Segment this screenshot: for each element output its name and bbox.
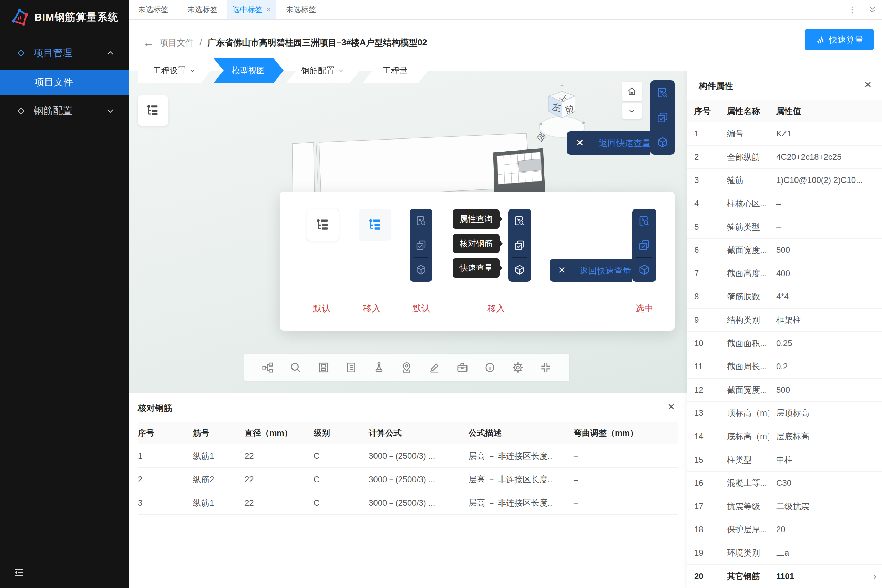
tab-unselected-1[interactable]: 未选标签	[129, 0, 178, 19]
table-row[interactable]: 4 柱核心区... – ›	[687, 192, 882, 216]
property-query-button[interactable]	[632, 209, 656, 233]
table-row[interactable]: 10 截面面积... 0.25 ›	[687, 332, 882, 355]
table-row[interactable]: 13 顶标高（m） 层顶标高 ›	[687, 402, 882, 425]
check-rebar-button[interactable]	[410, 233, 432, 257]
table-row[interactable]: 2 全部纵筋 4C20+2c18+2c25 ›	[687, 146, 882, 169]
quick-measure-button[interactable]	[508, 258, 531, 282]
close-icon[interactable]: ✕	[668, 402, 675, 411]
step-rebar-config[interactable]: 钢筋配置	[286, 58, 360, 83]
walkthrough-tool-button[interactable]	[373, 362, 385, 374]
tab-unselected-3[interactable]: 未选标签	[276, 0, 326, 19]
collapse-sidebar-button[interactable]	[13, 567, 25, 578]
table-row[interactable]: 7 截面高度... 400 ›	[687, 262, 882, 285]
table-row[interactable]: 8 箍筋肢数 4*4 ›	[687, 285, 882, 309]
check-rebar-button[interactable]	[508, 233, 531, 257]
cell-property-name: 截面宽度...	[720, 379, 770, 402]
table-row[interactable]: 14 底标高（m） 层底标高 ›	[687, 425, 882, 448]
model-viewport[interactable]: 上 左 前 西 ✕ 返回快速查量	[129, 70, 687, 393]
table-row[interactable]: 1 编号 KZ1 ›	[687, 122, 882, 146]
cell-property-value: 中柱 ›	[770, 448, 882, 471]
table-row[interactable]: 19 环境类别 二a ›	[687, 542, 882, 565]
collapse-tabs-button[interactable]	[862, 0, 882, 19]
search-icon	[290, 362, 302, 374]
doc-check-icon	[416, 240, 426, 251]
row-expand-icon[interactable]: ›	[873, 571, 876, 582]
tab-unselected-2[interactable]: 未选标签	[178, 0, 227, 19]
table-row[interactable]: 16 混凝土等... C30 ›	[687, 472, 882, 495]
table-row[interactable]: 12 截面宽度... 500 ›	[687, 379, 882, 402]
cell-no: 15	[687, 448, 720, 471]
settings-button[interactable]	[512, 362, 524, 374]
quick-measure-button[interactable]	[632, 258, 656, 282]
property-query-icon	[416, 215, 426, 226]
sidebar-item-project-mgmt[interactable]: 项目管理	[0, 41, 129, 65]
quick-measure-button[interactable]	[651, 130, 675, 154]
return-quick-measure-link[interactable]: 返回快速查量	[599, 138, 651, 149]
property-query-icon	[638, 215, 650, 226]
doc-check-icon	[638, 239, 650, 251]
property-query-button[interactable]	[410, 209, 432, 233]
tab-close-icon[interactable]: ✕	[266, 6, 271, 13]
cell-diameter: 22	[244, 475, 314, 484]
tree-button-hover[interactable]	[359, 209, 392, 241]
check-rebar-button[interactable]	[651, 105, 675, 129]
cell-no: 5	[687, 215, 720, 238]
table-row[interactable]: 17 抗震等级 二级抗震 ›	[687, 495, 882, 518]
step-project-settings[interactable]: 工程设置	[138, 58, 211, 83]
close-icon[interactable]: ✕	[576, 138, 584, 148]
cell-bend-adjust: –	[574, 498, 678, 508]
search-tool-button[interactable]	[290, 362, 302, 374]
structure-tool-button[interactable]	[261, 362, 274, 374]
home-view-button[interactable]	[622, 82, 642, 101]
cell-property-value: KZ1 ›	[770, 122, 882, 146]
list-tool-button[interactable]	[345, 362, 357, 374]
table-row[interactable]: 3 箍筋 1)C10@100(2) 2)C10... ›	[687, 169, 882, 192]
check-rebar-title: 核对钢筋	[138, 402, 172, 414]
breadcrumb-parent[interactable]: 项目文件	[159, 37, 194, 48]
quick-calc-button[interactable]: 快速算量	[805, 29, 874, 50]
property-query-button[interactable]	[651, 80, 675, 105]
locate-tool-button[interactable]	[400, 362, 413, 374]
table-row[interactable]: 2 纵筋2 22 C 3000－(2500/3) ... 层高 － 非连接区长度…	[138, 468, 678, 491]
table-row[interactable]: 20 其它钢筋 1101 ›	[687, 565, 882, 588]
annotate-tool-button[interactable]	[428, 362, 441, 374]
quick-measure-button[interactable]	[410, 258, 432, 282]
context-toolbar-hover	[508, 209, 531, 282]
cube-icon	[657, 136, 668, 148]
more-options-icon[interactable]: ⋮	[842, 0, 862, 19]
table-row[interactable]: 15 柱类型 中柱 ›	[687, 448, 882, 472]
step-quantities[interactable]: 工程量	[362, 58, 428, 83]
table-row[interactable]: 18 保护层厚... 20 ›	[687, 518, 882, 542]
tree-button-default[interactable]	[307, 209, 339, 241]
property-query-icon	[657, 87, 668, 99]
close-icon[interactable]: ✕	[558, 266, 566, 275]
table-row[interactable]: 1 纵筋1 22 C 3000－(2500/3) ... 层高 － 非连接区长度…	[138, 444, 678, 468]
property-value: 中柱	[776, 454, 793, 465]
close-icon[interactable]: ✕	[864, 80, 872, 89]
property-query-button[interactable]	[508, 209, 531, 233]
model-tree-button[interactable]	[138, 95, 168, 126]
toolbox-button[interactable]	[456, 362, 469, 374]
cell-no: 3	[138, 498, 193, 508]
sidebar-item-rebar-config[interactable]: 钢筋配置	[0, 99, 129, 123]
table-row[interactable]: 3 纵筋1 22 C 3000－(2500/3) ... 层高 － 非连接区长度…	[138, 491, 678, 514]
sidebar-item-project-files[interactable]: 项目文件	[0, 70, 129, 95]
breadcrumb-separator: /	[200, 38, 202, 48]
check-rebar-button[interactable]	[632, 233, 656, 257]
expand-views-button[interactable]	[622, 103, 642, 119]
table-row[interactable]: 11 截面周长... 0.2 ›	[687, 355, 882, 379]
check-rebar-table-body: 1 纵筋1 22 C 3000－(2500/3) ... 层高 － 非连接区长度…	[138, 444, 678, 514]
info-button[interactable]	[484, 362, 496, 374]
cell-formula-desc: 层高 － 非连接区长度..	[469, 497, 574, 508]
tab-selected[interactable]: 选中标签 ✕	[227, 0, 276, 19]
table-row[interactable]: 5 箍筋类型 – ›	[687, 215, 882, 239]
back-icon[interactable]: ←	[143, 37, 154, 48]
collapse-toolbar-button[interactable]	[540, 362, 552, 374]
return-quick-measure-link[interactable]: 返回快速查量	[579, 265, 631, 276]
table-row[interactable]: 6 截面宽度... 500 ›	[687, 239, 882, 262]
tooltip-label: 快速查量	[460, 262, 493, 273]
drawing-tool-button[interactable]	[317, 362, 330, 374]
step-model-view[interactable]: 模型视图	[213, 58, 284, 83]
table-row[interactable]: 9 结构类别 框架柱 ›	[687, 309, 882, 332]
cell-no: 9	[687, 309, 720, 332]
